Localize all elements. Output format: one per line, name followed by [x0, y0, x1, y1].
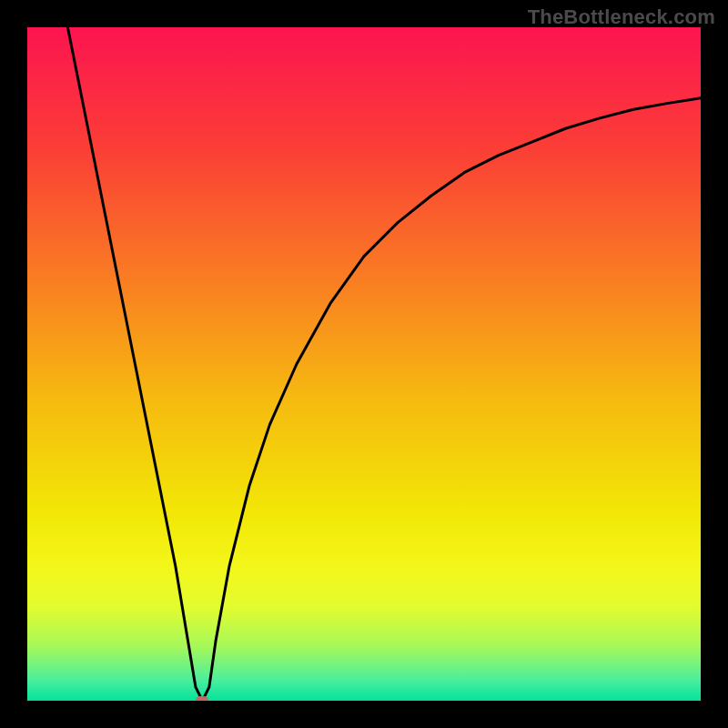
- gradient-background: [27, 27, 701, 701]
- chart-frame: TheBottleneck.com: [0, 0, 728, 728]
- plot-area: [27, 27, 701, 701]
- watermark-label: TheBottleneck.com: [528, 5, 715, 29]
- svg-rect-0: [27, 27, 701, 701]
